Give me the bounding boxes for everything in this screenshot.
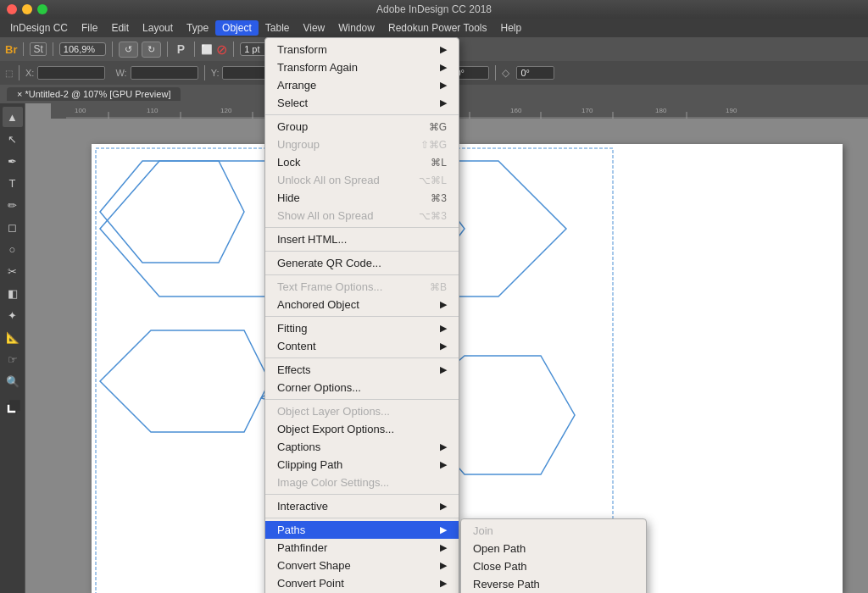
submenu-arrow: ▶ (440, 323, 447, 334)
submenu-arrow: ▶ (440, 459, 447, 470)
close-button[interactable] (7, 4, 17, 14)
fill-stroke[interactable] (3, 396, 23, 417)
submenu-arrow: ▶ (440, 364, 447, 375)
submenu-arrow: ▶ (440, 578, 447, 589)
menu-object[interactable]: Object (215, 20, 259, 36)
menu-type[interactable]: Type (180, 20, 215, 36)
menu-item-label: Fitting (277, 322, 307, 335)
menu-hide[interactable]: Hide ⌘3 (265, 189, 459, 207)
menu-content[interactable]: Content ▶ (265, 337, 459, 355)
w-label: W: (115, 68, 126, 78)
menu-item-label: Pathfinder (277, 541, 327, 554)
menu-view[interactable]: View (296, 20, 331, 36)
rotate-left-button[interactable]: ↺ (119, 42, 138, 58)
pen-tool[interactable]: ✒ (3, 151, 23, 171)
menu-lock[interactable]: Lock ⌘L (265, 153, 459, 171)
submenu-open-path[interactable]: Open Path (461, 540, 646, 557)
menu-shortcut: ⌥⌘L (419, 175, 447, 186)
menu-generate-qr[interactable]: Generate QR Code... (265, 254, 459, 272)
menu-table[interactable]: Table (259, 20, 297, 36)
menu-clipping-path[interactable]: Clipping Path ▶ (265, 456, 459, 474)
menu-file[interactable]: File (75, 20, 104, 36)
menu-help[interactable]: Help (493, 20, 528, 36)
menu-item-label: Anchored Object (277, 298, 359, 311)
submenu-reverse-path[interactable]: Reverse Path (461, 575, 646, 593)
eyedropper-tool[interactable]: ✦ (3, 305, 23, 325)
menu-fitting[interactable]: Fitting ▶ (265, 319, 459, 337)
paragraph-icon: P (177, 42, 185, 56)
stroke-label: ⬜ (201, 44, 213, 55)
svg-text:120: 120 (220, 107, 232, 114)
menu-item-label: Object Export Options... (277, 423, 394, 435)
svg-text:160: 160 (510, 107, 522, 114)
svg-text:190: 190 (726, 107, 737, 114)
menu-object-export[interactable]: Object Export Options... (265, 420, 459, 438)
tools-panel: ▲ ↖ ✒ T ✏ ◻ ○ ✂ ◧ ✦ 📐 ☞ 🔍 (0, 103, 25, 593)
window-controls[interactable] (7, 4, 47, 14)
menu-corner-options[interactable]: Corner Options... (265, 379, 459, 396)
menu-effects[interactable]: Effects ▶ (265, 361, 459, 379)
menu-pathfinder[interactable]: Pathfinder ▶ (265, 539, 459, 557)
menu-item-label: Transform (277, 43, 327, 56)
menu-shortcut: ⇧⌘G (420, 139, 447, 151)
menu-group[interactable]: Group ⌘G (265, 118, 459, 136)
menu-separator (265, 357, 459, 358)
ruler-corner (51, 103, 66, 119)
menu-shortcut: ⌘L (431, 157, 447, 169)
menu-layout[interactable]: Layout (136, 20, 180, 36)
submenu-arrow: ▶ (440, 441, 447, 452)
rotate-right-button[interactable]: ↻ (142, 42, 161, 58)
type-tool[interactable]: T (3, 173, 23, 193)
hand-tool[interactable]: ☞ (3, 349, 23, 369)
menu-item-label: Lock (277, 156, 300, 169)
scissors-tool[interactable]: ✂ (3, 261, 23, 281)
menu-convert-shape[interactable]: Convert Shape ▶ (265, 557, 459, 574)
menu-insert-html[interactable]: Insert HTML... (265, 230, 459, 248)
menu-window[interactable]: Window (331, 20, 381, 36)
menu-item-label: Clipping Path (277, 458, 342, 471)
menu-item-label: Select (277, 97, 308, 109)
gradient-tool[interactable]: ◧ (3, 283, 23, 303)
zoom-tool[interactable]: 🔍 (3, 371, 23, 391)
pencil-tool[interactable]: ✏ (3, 195, 23, 215)
submenu-arrow: ▶ (440, 542, 447, 553)
measure-tool[interactable]: 📐 (3, 327, 23, 347)
menu-select[interactable]: Select ▶ (265, 94, 459, 112)
ruler-horizontal: 100 110 120 130 140 150 160 170 180 190 (66, 103, 868, 119)
menu-arrange[interactable]: Arrange ▶ (265, 76, 459, 94)
minimize-button[interactable] (22, 4, 32, 14)
x-input[interactable]: 28,5 mm (37, 66, 105, 80)
submenu-arrow: ▶ (440, 299, 447, 310)
rectangle-tool[interactable]: ◻ (3, 217, 23, 237)
menu-edit[interactable]: Edit (104, 20, 136, 36)
menu-shortcut: ⌘B (430, 281, 447, 293)
menu-separator (265, 274, 459, 275)
w-input[interactable]: 136,286 mm (131, 66, 198, 80)
maximize-button[interactable] (37, 4, 47, 14)
submenu-arrow: ▶ (440, 80, 447, 91)
y-label: Y: (211, 68, 220, 78)
svg-marker-41 (100, 330, 270, 432)
menu-interactive[interactable]: Interactive ▶ (265, 497, 459, 515)
menu-item-label: Transform Again (277, 61, 358, 74)
select-tool[interactable]: ▲ (3, 107, 23, 127)
shear-input[interactable] (516, 66, 554, 80)
direct-select-tool[interactable]: ↖ (3, 129, 23, 149)
menu-image-color: Image Color Settings... (265, 474, 459, 491)
ellipse-tool[interactable]: ○ (3, 239, 23, 259)
submenu-item-label: Join (473, 524, 493, 537)
zoom-input[interactable] (59, 42, 106, 56)
menu-paths[interactable]: Paths ▶ Join Open Path Close Path Revers… (265, 521, 459, 539)
menu-anchored-object[interactable]: Anchored Object ▶ (265, 296, 459, 313)
submenu-close-path[interactable]: Close Path (461, 557, 646, 575)
menu-transform-again[interactable]: Transform Again ▶ (265, 58, 459, 76)
app-name: Br (5, 43, 17, 56)
menu-redokun[interactable]: Redokun Power Tools (381, 20, 494, 36)
menu-captions[interactable]: Captions ▶ (265, 438, 459, 456)
menu-indesign[interactable]: InDesign CC (3, 20, 75, 36)
menu-convert-point[interactable]: Convert Point ▶ (265, 574, 459, 592)
paths-submenu: Join Open Path Close Path Reverse Path M… (460, 518, 647, 593)
menu-separator (265, 494, 459, 495)
menu-transform[interactable]: Transform ▶ (265, 41, 459, 58)
doc-tab-item[interactable]: × *Untitled-2 @ 107% [GPU Preview] (7, 87, 181, 101)
